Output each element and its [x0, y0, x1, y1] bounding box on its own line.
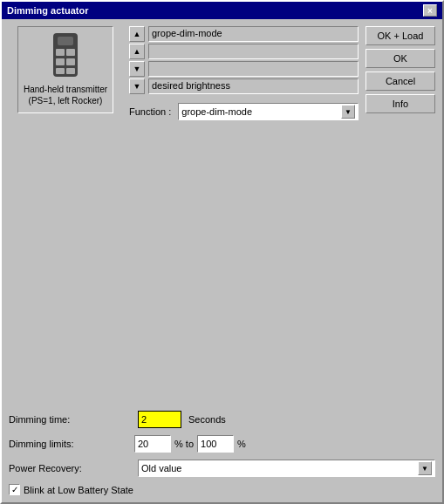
btn-row-3: ▼ [129, 61, 359, 77]
function-select-arrow-icon: ▼ [341, 105, 355, 119]
dimming-limits-separator: % to [174, 439, 194, 449]
dimming-limits-unit: % [237, 439, 246, 449]
text-field-3 [148, 61, 359, 77]
dimming-limits-label: Dimming limits: [9, 439, 131, 449]
svg-rect-1 [58, 37, 73, 45]
power-recovery-label: Power Recovery: [9, 463, 131, 473]
function-select-value: grope-dim-mode [181, 106, 252, 117]
power-recovery-row: Power Recovery: Old value ▼ [9, 460, 435, 477]
blink-label: Blink at Low Battery State [24, 485, 133, 495]
right-panel: OK + Load OK Cancel Info [365, 26, 435, 351]
device-label: Hand-held transmitter(PS=1, left Rocker) [24, 84, 107, 106]
content-area: Hand-held transmitter(PS=1, left Rocker)… [2, 19, 442, 358]
dimming-limits-row: Dimming limits: % to % [9, 435, 435, 453]
title-bar: Dimming actuator × [2, 2, 442, 19]
button-rows: ▲ grope-dim-mode ▲ ▼ ▼ desired brightnes… [129, 26, 359, 94]
svg-rect-3 [66, 49, 75, 56]
dimming-limits-from-input[interactable] [134, 435, 171, 453]
close-button[interactable]: × [423, 4, 437, 17]
svg-rect-5 [66, 58, 75, 65]
bottom-section: Dimming time: Seconds Dimming limits: % … [2, 358, 442, 502]
arrow-up-2-button[interactable]: ▲ [129, 44, 145, 59]
dimming-time-input[interactable] [138, 411, 181, 428]
ok-load-button[interactable]: OK + Load [365, 26, 435, 45]
text-field-2 [148, 44, 359, 59]
svg-rect-6 [56, 68, 65, 74]
cancel-button[interactable]: Cancel [365, 72, 435, 91]
arrow-down-2-button[interactable]: ▼ [129, 78, 145, 94]
info-button[interactable]: Info [365, 94, 435, 113]
arrow-down-1-button[interactable]: ▼ [129, 61, 145, 77]
function-label: Function : [129, 106, 171, 117]
blink-row: ✓ Blink at Low Battery State [9, 484, 435, 495]
dimming-time-label: Dimming time: [9, 414, 131, 425]
dimming-time-row: Dimming time: Seconds [9, 411, 435, 428]
blink-checkbox[interactable]: ✓ [9, 484, 20, 495]
power-recovery-arrow-icon: ▼ [418, 461, 432, 475]
main-window: Dimming actuator × Hand-held transmitter… [0, 0, 444, 504]
arrow-up-1-button[interactable]: ▲ [129, 26, 145, 42]
function-row: Function : grope-dim-mode ▼ [129, 103, 359, 120]
btn-row-4: ▼ desired brightness [129, 78, 359, 94]
device-box: Hand-held transmitter(PS=1, left Rocker) [17, 26, 113, 113]
btn-row-1: ▲ grope-dim-mode [129, 26, 359, 42]
device-icon [50, 33, 81, 80]
svg-rect-2 [56, 49, 65, 56]
power-recovery-value: Old value [141, 463, 181, 473]
seconds-label: Seconds [188, 414, 226, 425]
text-field-1: grope-dim-mode [148, 26, 359, 42]
function-select[interactable]: grope-dim-mode ▼ [178, 103, 359, 120]
svg-rect-4 [56, 58, 65, 65]
middle-panel: ▲ grope-dim-mode ▲ ▼ ▼ desired brightnes… [129, 26, 359, 351]
svg-rect-7 [66, 68, 75, 74]
window-title: Dimming actuator [7, 5, 89, 16]
left-panel: Hand-held transmitter(PS=1, left Rocker) [9, 26, 122, 351]
text-field-4: desired brightness [148, 78, 359, 94]
dimming-limits-to-input[interactable] [197, 435, 234, 453]
power-recovery-select[interactable]: Old value ▼ [138, 460, 435, 477]
btn-row-2: ▲ [129, 44, 359, 59]
ok-button[interactable]: OK [365, 49, 435, 68]
